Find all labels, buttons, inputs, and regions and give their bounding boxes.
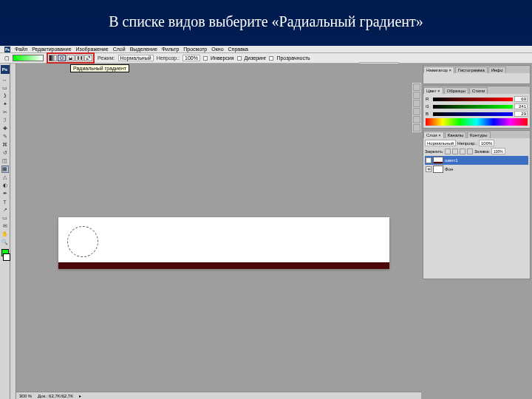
tab-paths[interactable]: Контуры	[467, 132, 491, 138]
collapsed-icon[interactable]	[413, 116, 420, 123]
canvas-dark-strip	[58, 262, 389, 269]
move-tool[interactable]: ↔	[1, 76, 9, 83]
g-slider[interactable]	[433, 105, 513, 109]
layer-thumbnail	[433, 157, 443, 164]
r-label: R	[426, 97, 432, 101]
tab-layers[interactable]: Слои ×	[423, 132, 444, 138]
tab-styles[interactable]: Стили	[469, 87, 488, 94]
gradient-reflected-button[interactable]	[75, 55, 83, 61]
marquee-tool[interactable]: ▭	[1, 84, 9, 92]
layer-row-1[interactable]: 👁 шапт1	[425, 156, 528, 165]
menu-window[interactable]: Окно	[211, 47, 223, 52]
lock-trans-icon[interactable]	[445, 149, 451, 154]
dodge-tool[interactable]: ◐	[1, 182, 9, 189]
g-value[interactable]: 241	[514, 103, 528, 109]
dither-checkbox[interactable]	[237, 56, 242, 61]
color-spectrum[interactable]	[426, 118, 528, 126]
lock-pos-icon[interactable]	[460, 149, 466, 154]
brush-tool[interactable]: ✎	[1, 133, 9, 140]
layer-opacity-label: Непрозр.:	[457, 141, 477, 146]
tab-channels[interactable]: Каналы	[445, 132, 466, 138]
tab-swatches[interactable]: Образцы	[444, 87, 468, 94]
gradient-type-group	[47, 52, 95, 64]
menu-image[interactable]: Изображение	[76, 47, 109, 52]
tab-navigator[interactable]: Навигатор ×	[423, 66, 454, 73]
navigator-panel: Навигатор × Гистограмма Инфо	[423, 65, 531, 84]
eraser-tool[interactable]: ◫	[1, 157, 9, 165]
stamp-tool[interactable]: ⌘	[1, 141, 9, 149]
shape-tool[interactable]: ▭	[1, 214, 9, 222]
lasso-tool[interactable]: ʖ	[1, 92, 9, 100]
pen-tool[interactable]: ✒	[1, 190, 9, 197]
dither-label: Дизеринг	[245, 55, 267, 61]
layer-opacity-input[interactable]: 100%	[479, 140, 494, 146]
menu-view[interactable]: Просмотр	[183, 47, 207, 52]
collapsed-icon[interactable]	[413, 83, 420, 91]
r-value[interactable]: 69	[514, 96, 528, 102]
tab-info[interactable]: Инфо	[488, 66, 506, 73]
layer-name[interactable]: шапт1	[445, 158, 457, 163]
g-label: G	[426, 104, 432, 109]
history-brush-tool[interactable]: ↺	[1, 149, 9, 157]
gradient-angle-button[interactable]	[66, 55, 75, 61]
blur-tool[interactable]: △	[1, 174, 9, 181]
status-arrow-icon[interactable]: ▸	[79, 393, 81, 398]
gradient-radial-button[interactable]	[58, 55, 66, 61]
collapsed-icon[interactable]	[413, 108, 420, 115]
fill-input[interactable]: 100%	[491, 148, 505, 154]
reverse-label: Инверсия	[211, 55, 234, 61]
doc-size-readout: Док.: 62,7K/62,7K	[38, 394, 73, 398]
eye-icon[interactable]: 👁	[426, 157, 432, 163]
menu-layer[interactable]: Слой	[113, 47, 126, 52]
layer-row-2[interactable]: 👁 Фон	[425, 165, 528, 174]
menu-file[interactable]: Файл	[15, 47, 27, 52]
collapsed-icon[interactable]	[413, 100, 420, 107]
reverse-checkbox[interactable]	[203, 56, 208, 61]
b-slider[interactable]	[433, 112, 513, 116]
blend-mode-select[interactable]: Нормальный	[425, 140, 456, 146]
zoom-readout[interactable]: 300 %	[19, 394, 32, 398]
gradient-diamond-button[interactable]	[84, 55, 92, 61]
document-canvas[interactable]	[58, 217, 389, 269]
eye-icon[interactable]: 👁	[426, 166, 432, 172]
zoom-tool[interactable]: 🔍	[1, 239, 9, 246]
lock-all-icon[interactable]	[467, 149, 473, 154]
gradient-preview[interactable]	[13, 55, 44, 61]
menu-help[interactable]: Справка	[228, 47, 248, 52]
tab-color[interactable]: Цвет ×	[423, 87, 443, 94]
collapsed-icon[interactable]	[413, 92, 420, 99]
mode-select[interactable]: Нормальный	[118, 55, 154, 61]
b-value[interactable]: 29	[514, 111, 528, 117]
menu-filter[interactable]: Фильтр	[162, 47, 180, 52]
crop-tool[interactable]: ✂	[1, 109, 9, 116]
background-color-swatch[interactable]	[3, 253, 10, 261]
opacity-input[interactable]: 100%	[183, 55, 200, 61]
hand-tool[interactable]: ✋	[1, 231, 9, 238]
collapsed-icon[interactable]	[413, 124, 420, 132]
tools-panel: Ps ↔ ▭ ʖ ✦ ✂ ℐ ✚ ✎ ⌘ ↺ ◫ ▦ △ ◐ ✒ T ↗ ▭ ✉…	[0, 64, 10, 399]
fill-label: Заливка:	[474, 149, 490, 154]
path-tool[interactable]: ↗	[1, 206, 9, 214]
options-bar: ▢ Режим: Нормальный Непрозр.: 100% Инвер…	[0, 53, 532, 64]
healing-tool[interactable]: ✚	[1, 125, 9, 132]
gradient-tool[interactable]: ▦	[1, 166, 9, 173]
gradient-linear-button[interactable]	[49, 55, 57, 61]
type-tool[interactable]: T	[1, 198, 9, 205]
notes-tool[interactable]: ✉	[1, 222, 9, 230]
collapsed-panel-column	[412, 83, 421, 132]
layer-thumbnail	[433, 166, 443, 173]
transparency-checkbox[interactable]	[269, 56, 273, 61]
gradient-tool-icon: ▢	[4, 55, 10, 61]
wand-tool[interactable]: ✦	[1, 100, 9, 108]
menu-edit[interactable]: Редактирование	[32, 47, 71, 52]
ps-logo-icon: Ps	[4, 47, 10, 52]
lock-pixels-icon[interactable]	[452, 149, 458, 154]
layers-panel: Слои × Каналы Контуры Нормальный Непрозр…	[423, 130, 531, 279]
r-slider[interactable]	[433, 98, 513, 101]
menu-select[interactable]: Выделение	[130, 47, 157, 52]
eyedropper-tool[interactable]: ℐ	[1, 117, 9, 124]
tab-histogram[interactable]: Гистограмма	[455, 66, 488, 73]
marquee-selection	[67, 226, 98, 257]
mini-panel-column	[10, 64, 16, 399]
layer-name[interactable]: Фон	[445, 167, 453, 171]
